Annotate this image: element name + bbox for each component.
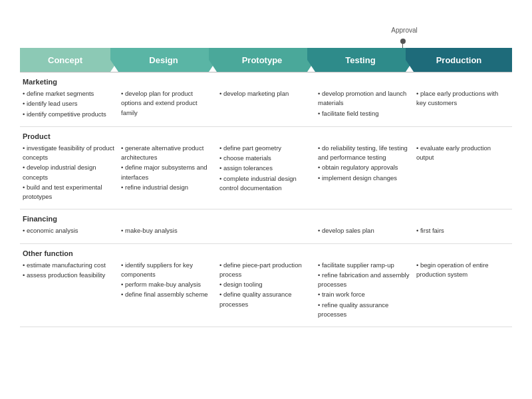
cell-1-0-1: generate alternative product architectur…: [118, 142, 217, 209]
bullet-item: choose materials: [219, 154, 311, 163]
phase-production: Production: [406, 48, 512, 72]
cell-3-0-3: facilitate supplier ramp-uprefine fabric…: [315, 259, 414, 327]
bullet-item: identify suppliers for key components: [121, 261, 213, 280]
bullet-item: make-buy analysis: [121, 226, 213, 235]
main-container: Approval Concept Design Prototype Testin…: [0, 0, 532, 340]
content-row: investigate feasibility of product conce…: [20, 142, 512, 209]
bullet-item: facilitate supplier ramp-up: [318, 261, 410, 270]
cell-2-0-3: develop sales plan: [315, 225, 414, 243]
content-row: define market segmentsidentify lead user…: [20, 88, 512, 126]
bullet-item: define final assembly scheme: [121, 290, 213, 299]
bullet-item: develop industrial design concepts: [23, 163, 114, 182]
cell-2-0-2: [217, 225, 315, 243]
phase-design: Design: [110, 48, 217, 72]
cell-1-0-4: evaluate early production output: [414, 142, 512, 209]
cell-0-0-3: develop promotion and launch materialsfa…: [315, 88, 414, 126]
section-header-row: Product: [20, 126, 512, 142]
bullet-item: define part geometry: [219, 144, 311, 153]
bullet-item: refine industrial design: [121, 183, 213, 192]
section-header-financing: Financing: [20, 209, 512, 225]
bullet-item: first fairs: [416, 226, 508, 235]
cell-0-0-4: place early productions with key custome…: [414, 88, 512, 126]
bullet-item: implement design changes: [318, 174, 410, 183]
section-header-row: Financing: [20, 209, 512, 225]
content-table: Marketingdefine market segmentsidentify …: [20, 72, 512, 327]
bullet-item: develop plan for product options and ext…: [121, 89, 213, 118]
bullet-item: build and test experimental prototypes: [23, 183, 114, 202]
bullet-item: begin operation of entire production sys…: [416, 261, 508, 280]
bullet-item: do reliability testing, life testing and…: [318, 144, 410, 163]
bullet-item: identify competitive products: [23, 110, 114, 119]
approval-row: Approval: [20, 27, 512, 47]
phase-prototype: Prototype: [209, 48, 315, 72]
bullet-item: assign tolerances: [219, 164, 311, 173]
cell-2-0-4: first fairs: [414, 225, 512, 243]
bullet-item: define market segments: [23, 89, 114, 98]
bullet-item: obtain regulatory approvals: [318, 163, 410, 172]
content-row: estimate manufacturing costassess produc…: [20, 259, 512, 327]
bullet-item: place early productions with key custome…: [416, 89, 508, 108]
cell-0-0-1: develop plan for product options and ext…: [118, 88, 217, 126]
bullet-item: develop sales plan: [318, 226, 410, 235]
bullet-item: refine quality assurance processes: [318, 301, 410, 320]
section-header-row: Marketing: [20, 72, 512, 88]
bullet-item: develop promotion and launch materials: [318, 89, 410, 108]
bullet-item: develop marketing plan: [219, 89, 311, 98]
section-header-other-function: Other function: [20, 243, 512, 259]
section-header-row: Other function: [20, 243, 512, 259]
section-header-product: Product: [20, 126, 512, 142]
cell-3-0-0: estimate manufacturing costassess produc…: [20, 259, 118, 327]
cell-0-0-2: develop marketing plan: [217, 88, 315, 126]
cell-1-0-3: do reliability testing, life testing and…: [315, 142, 414, 209]
phase-testing: Testing: [307, 48, 414, 72]
bullet-item: define quality assurance processes: [219, 290, 311, 309]
cell-3-0-1: identify suppliers for key componentsper…: [118, 259, 217, 327]
bullet-item: evaluate early production output: [416, 144, 508, 163]
bullet-item: generate alternative product architectur…: [121, 144, 213, 163]
bullet-item: perform make-buy analysis: [121, 280, 213, 289]
approval-dot: [400, 39, 406, 44]
cell-1-0-0: investigate feasibility of product conce…: [20, 142, 118, 209]
content-row: economic analysismake-buy analysisdevelo…: [20, 225, 512, 243]
section-header-marketing: Marketing: [20, 72, 512, 88]
phase-bar: Concept Design Prototype Testing Product…: [20, 48, 512, 72]
bullet-item: train work force: [318, 290, 410, 299]
bullet-item: design tooling: [219, 280, 311, 289]
bullet-item: estimate manufacturing cost: [23, 261, 114, 270]
bullet-item: refine fabrication and assembly processe…: [318, 271, 410, 290]
bullet-item: define major subsystems and interfaces: [121, 163, 213, 182]
bullet-item: facilitate field testing: [318, 109, 410, 118]
phase-concept: Concept: [20, 48, 118, 72]
bullet-item: identify lead users: [23, 99, 114, 108]
cell-2-0-0: economic analysis: [20, 225, 118, 243]
cell-1-0-2: define part geometrychoose materialsassi…: [217, 142, 315, 209]
cell-3-0-2: define piece-part production processdesi…: [217, 259, 315, 327]
bullet-item: assess production feasibility: [23, 271, 114, 280]
bullet-item: investigate feasibility of product conce…: [23, 144, 114, 163]
bullet-item: define piece-part production process: [219, 261, 311, 280]
cell-3-0-4: begin operation of entire production sys…: [414, 259, 512, 327]
approval-label: Approval: [384, 27, 424, 34]
cell-0-0-0: define market segmentsidentify lead user…: [20, 88, 118, 126]
cell-2-0-1: make-buy analysis: [118, 225, 217, 243]
bullet-item: complete industrial design control docum…: [219, 174, 311, 194]
bullet-item: economic analysis: [23, 226, 114, 235]
